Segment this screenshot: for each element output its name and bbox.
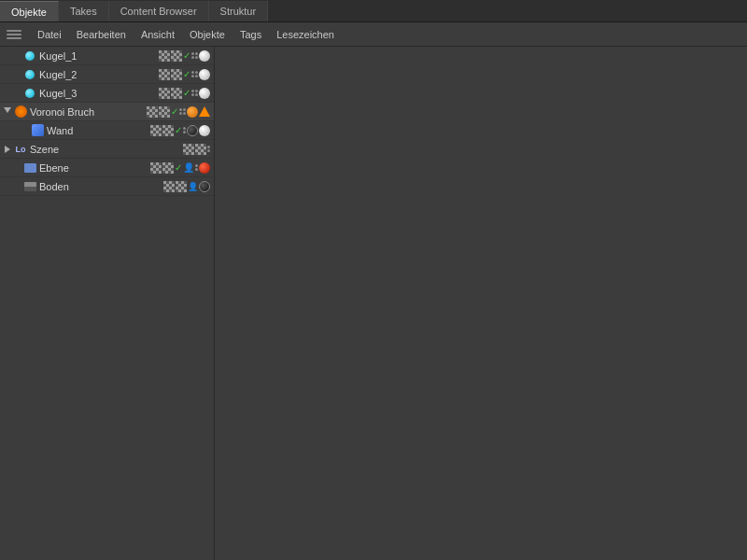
tag-checkered [183,144,194,155]
kugel1-controls: ✓ [159,50,210,62]
check-icon: ✓ [183,88,190,98]
tag-checkered [159,88,170,99]
tag-sphere-white [199,69,210,80]
tag-checkered2 [162,162,174,174]
tag-sphere-black [187,125,198,136]
tag-checkered [159,69,170,80]
expand-btn-ebene [11,159,22,177]
menu-ansicht[interactable]: Ansicht [134,26,182,43]
menu-handle[interactable] [4,26,24,43]
tab-content-browser[interactable]: Content Browser [109,1,209,21]
dot-grid [179,108,186,115]
kugel1-label: Kugel_1 [39,50,157,62]
dot-pair [207,146,210,152]
tag-triangle-orange [199,106,210,117]
ebene-controls: ✓ 👤 [150,162,210,174]
voronoi-icon [13,105,28,119]
boden-controls: 👤 [163,181,210,192]
tag-sphere-black [199,181,210,192]
tag-checkered2 [162,125,174,136]
dot-pair [195,164,198,171]
menu-bar: Datei Bearbeiten Ansicht Objekte Tags Le… [0,22,747,47]
tag-sphere-white [199,50,210,62]
dot-grid [191,52,198,59]
tab-takes[interactable]: Takes [59,1,109,21]
menu-lesezeichen[interactable]: Lesezeichen [269,26,342,43]
expand-triangle-icon [4,107,11,117]
kugel2-icon [22,67,37,82]
szene-icon: Lo [13,142,28,157]
kugel3-label: Kugel_3 [39,88,157,99]
tag-checkered [147,106,158,118]
check-icon: ✓ [171,106,178,117]
check-icon: ✓ [183,50,190,61]
voronoi-controls: ✓ [147,106,210,118]
menu-bearbeiten[interactable]: Bearbeiten [69,26,134,43]
list-item[interactable]: Kugel_2 ✓ [0,65,214,84]
wand-icon [30,123,45,138]
dot-grid [191,90,198,96]
check-icon: ✓ [175,162,182,173]
tag-checkered2 [171,88,182,99]
object-panel: Kugel_1 ✓ [0,47,215,560]
kugel1-icon [22,49,37,63]
expand-btn-wand [19,121,30,140]
expand-btn-szene[interactable] [2,140,13,159]
tab-objekte[interactable]: Objekte [0,1,59,21]
tag-sphere-red [199,162,210,174]
boden-icon [22,179,37,194]
boden-label: Boden [39,181,162,192]
tag-checkered2 [195,144,206,155]
wand-controls: ✓ [150,125,210,136]
szene-label: Szene [30,144,181,155]
expand-triangle-icon [5,146,10,153]
list-item[interactable]: Voronoi Bruch ✓ [0,103,214,121]
person-icon: 👤 [183,162,194,173]
person-icon: 👤 [188,182,198,191]
ebene-label: Ebene [39,162,148,174]
expand-btn-boden [11,177,22,196]
tab-bar: Objekte Takes Content Browser Struktur [0,0,747,22]
list-item[interactable]: Ebene ✓ 👤 [0,159,214,177]
kugel2-label: Kugel_2 [39,69,157,80]
tag-sphere-white [199,125,210,136]
expand-btn-kugel3 [11,84,22,103]
tag-checkered [159,50,170,62]
menu-objekte[interactable]: Objekte [182,26,233,43]
tab-struktur[interactable]: Struktur [209,1,269,21]
tag-checkered [150,125,162,136]
szene-controls [183,144,210,155]
ebene-icon [22,161,37,175]
check-icon: ✓ [175,125,182,135]
kugel2-controls: ✓ [159,69,210,80]
tag-checkered2 [176,181,187,192]
list-item[interactable]: Wand ✓ [0,121,214,140]
list-item[interactable]: Boden 👤 [0,177,214,196]
wand-label: Wand [47,125,148,136]
kugel3-icon [22,86,37,101]
main-area: Kugel_1 ✓ [0,47,747,560]
menu-tags[interactable]: Tags [233,26,269,43]
list-item[interactable]: Lo Szene [0,140,214,159]
dot4 [183,127,186,133]
tag-checkered2 [171,69,182,80]
tag-sphere-orange [187,106,198,118]
tag-checkered [150,162,162,174]
tag-checkered [163,181,175,192]
tag-sphere-white [199,88,210,99]
kugel3-controls: ✓ [159,88,210,99]
tag-checkered2 [159,106,170,118]
expand-btn-voronoi[interactable] [2,103,13,121]
list-item[interactable]: Kugel_3 ✓ [0,84,214,103]
expand-btn-kugel1 [11,47,22,65]
expand-btn-kugel2 [11,65,22,84]
content-area [215,47,747,560]
tag-checkered2 [171,50,182,62]
check-icon: ✓ [183,69,190,79]
dot-grid [191,71,198,77]
menu-datei[interactable]: Datei [30,26,69,43]
list-item[interactable]: Kugel_1 ✓ [0,47,214,65]
voronoi-label: Voronoi Bruch [30,106,145,118]
